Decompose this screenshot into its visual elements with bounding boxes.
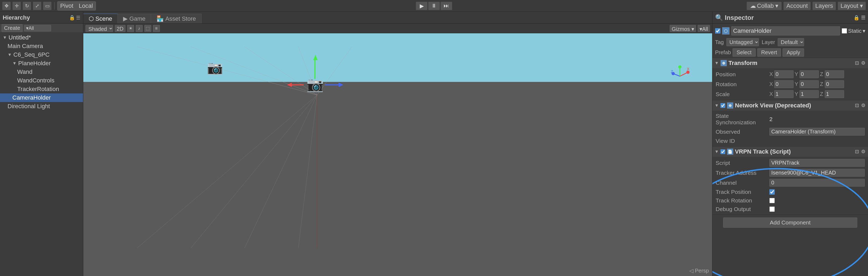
- vrpn-checkbox[interactable]: [720, 149, 725, 154]
- svg-text:Y: Y: [679, 66, 682, 67]
- vrpn-icon: 📄: [727, 148, 733, 155]
- transform-gear-icon[interactable]: ⚙: [861, 60, 866, 66]
- hierarchy-item-planeholder[interactable]: ▼ PlaneHolder: [0, 59, 83, 68]
- scene-toolbar: Shaded 2D ☀ ♪ ⬚ ≡ Gizmos ▾ ▾All: [83, 24, 712, 33]
- collab-button[interactable]: ☁ Collab ▾: [747, 2, 782, 10]
- position-y-field: Y: [795, 70, 819, 78]
- layout-button[interactable]: Layout ▾: [838, 2, 866, 10]
- vrpn-track-component: ▼ 📄 VRPN Track (Script) ⊡ ⚙ Script: [712, 147, 868, 215]
- 2d-button[interactable]: 2D: [115, 25, 125, 32]
- rotation-xyz: X Y Z: [769, 80, 865, 88]
- pause-button[interactable]: ⏸: [428, 2, 440, 10]
- debug-output-label: Debug Output: [716, 206, 769, 212]
- transform-header[interactable]: ▼ ⊕ Transform ⊡ ⚙: [712, 58, 868, 68]
- tracker-address-field[interactable]: [769, 169, 865, 177]
- static-row: Static ▾: [842, 28, 865, 34]
- network-view-checkbox[interactable]: [720, 103, 725, 108]
- position-z-input[interactable]: [825, 70, 844, 78]
- create-button[interactable]: Create: [2, 24, 23, 32]
- state-sync-value: 2: [769, 116, 865, 123]
- track-position-checkbox[interactable]: [769, 189, 775, 195]
- observed-field[interactable]: [769, 128, 865, 136]
- rotation-y-input[interactable]: [800, 80, 819, 88]
- inspector-title: Inspector: [725, 14, 754, 22]
- scale-z-input[interactable]: [825, 90, 844, 98]
- scene-viewport[interactable]: 📷 📷: [83, 33, 712, 276]
- object-name-field[interactable]: [731, 26, 840, 35]
- rotation-z-input[interactable]: [825, 80, 844, 88]
- object-icon-box[interactable]: ⬡: [722, 27, 730, 35]
- hierarchy-item-trackerrotation[interactable]: TrackerRotation: [0, 85, 83, 94]
- vrpn-lock-icon[interactable]: ⊡: [854, 149, 859, 154]
- tracker-address-label: Tracker Address: [716, 170, 769, 176]
- transform-lock-icon[interactable]: ⊡: [854, 60, 859, 66]
- static-checkbox[interactable]: [842, 28, 847, 34]
- lighting-icon-btn[interactable]: ☀: [127, 25, 134, 32]
- inspector-content: ⬡ Static ▾ Tag Untagged Layer Default: [712, 24, 868, 276]
- scale-x-input[interactable]: [774, 90, 794, 98]
- scene-background: [83, 33, 712, 276]
- hierarchy-item-c6seq[interactable]: ▼ C6_Seq_6PC: [0, 50, 83, 59]
- audio-icon-btn[interactable]: ♪: [136, 25, 143, 32]
- tab-scene[interactable]: ⬡ Scene: [83, 14, 118, 23]
- inspector-lock-icon[interactable]: 🔒: [854, 15, 859, 21]
- hierarchy-item-wand[interactable]: Wand: [0, 68, 83, 76]
- all-dropdown[interactable]: ▾All: [698, 25, 710, 32]
- gizmos-dropdown[interactable]: Gizmos ▾: [670, 25, 696, 32]
- select-button[interactable]: Select: [733, 48, 756, 57]
- hierarchy-item-cameraholder[interactable]: CameraHolder: [0, 94, 83, 102]
- add-component-button[interactable]: Add Component: [723, 217, 858, 228]
- layer-dropdown[interactable]: Default: [778, 38, 804, 46]
- track-position-label: Track Position: [716, 189, 769, 195]
- object-enabled-checkbox[interactable]: [715, 28, 720, 34]
- network-view-gear-icon[interactable]: ⚙: [861, 103, 866, 108]
- vrpn-gear-icon[interactable]: ⚙: [861, 149, 866, 154]
- step-button[interactable]: ⏭: [440, 2, 452, 10]
- revert-button[interactable]: Revert: [757, 48, 781, 57]
- effects-icon-btn[interactable]: ⬚: [144, 25, 151, 32]
- play-button[interactable]: ▶: [416, 2, 428, 10]
- channel-field[interactable]: [769, 179, 865, 186]
- position-xyz: X Y Z: [769, 70, 865, 78]
- center-area: ⬡ Scene ▶ Game 🏪 Asset Store Shaded 2D ☀…: [83, 12, 712, 276]
- rotation-x-input[interactable]: [774, 80, 794, 88]
- network-view-lock-icon[interactable]: ⊡: [854, 103, 859, 108]
- hierarchy-item-dirlight[interactable]: Directional Light: [0, 102, 83, 111]
- separator-1: [54, 2, 55, 10]
- position-y-input[interactable]: [800, 70, 819, 78]
- rx-label: X: [769, 81, 774, 87]
- position-x-input[interactable]: [774, 70, 794, 78]
- debug-output-checkbox[interactable]: [769, 206, 775, 212]
- layers-button[interactable]: Layers: [812, 2, 836, 10]
- tag-dropdown[interactable]: Untagged: [726, 38, 759, 46]
- move-tool-btn[interactable]: ✛: [12, 2, 21, 10]
- vrpn-track-header[interactable]: ▼ 📄 VRPN Track (Script) ⊡ ⚙: [712, 147, 868, 157]
- hierarchy-item-untitled[interactable]: ▼ Untitled*: [0, 33, 83, 42]
- hierarchy-lock-btn[interactable]: 🔒: [69, 15, 75, 21]
- script-field[interactable]: [769, 159, 865, 167]
- tab-asset-store[interactable]: 🏪 Asset Store: [151, 14, 202, 23]
- hidden-icon-btn[interactable]: ≡: [153, 25, 160, 32]
- rect-tool-btn[interactable]: ▭: [43, 2, 52, 10]
- scale-tool-btn[interactable]: ⤢: [33, 2, 41, 10]
- static-arrow: ▾: [863, 28, 865, 34]
- hand-tool-btn[interactable]: ✥: [2, 2, 11, 10]
- hierarchy-item-wandcontrols[interactable]: WandControls: [0, 76, 83, 85]
- hierarchy-content: ▼ Untitled* Main Camera ▼ C6_Seq_6PC ▼ P…: [0, 33, 83, 276]
- local-button[interactable]: Local: [76, 2, 96, 10]
- hierarchy-search[interactable]: [24, 25, 51, 31]
- account-button[interactable]: Account: [783, 2, 811, 10]
- track-rotation-checkbox[interactable]: [769, 198, 775, 203]
- apply-button[interactable]: Apply: [782, 48, 804, 57]
- pivot-button[interactable]: Pivot: [58, 2, 76, 10]
- scale-y-input[interactable]: [800, 90, 819, 98]
- hierarchy-item-main-camera[interactable]: Main Camera: [0, 42, 83, 50]
- rotate-tool-btn[interactable]: ↻: [23, 2, 31, 10]
- right-tools: ☁ Collab ▾ Account Layers Layout ▾: [747, 2, 866, 10]
- hierarchy-menu-btn[interactable]: ☰: [76, 15, 80, 21]
- network-view-header[interactable]: ▼ ⊕ Network View (Deprecated) ⊡ ⚙: [712, 100, 868, 111]
- transform-title: Transform: [728, 60, 757, 67]
- tab-game[interactable]: ▶ Game: [118, 14, 151, 23]
- shaded-dropdown[interactable]: Shaded: [86, 25, 113, 32]
- inspector-menu-icon[interactable]: ☰: [861, 15, 865, 21]
